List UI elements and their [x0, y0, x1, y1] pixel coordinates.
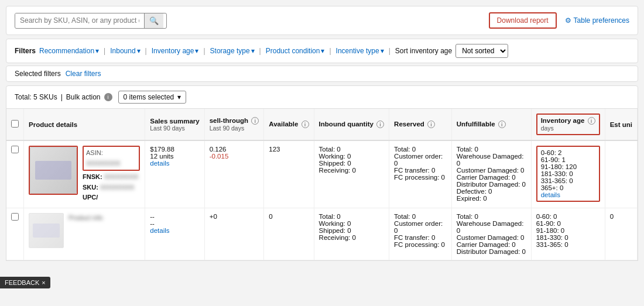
col-sellthrough-label: sell-through — [210, 117, 248, 124]
invage-91-180: 91-180: 120 — [541, 163, 595, 170]
search-button[interactable]: 🔍 — [144, 13, 163, 28]
invage-61-90: 61-90: 1 — [541, 156, 595, 163]
row1-unfulfillable-cell: Total: 0 Warehouse Damaged: 0 Customer D… — [451, 140, 531, 208]
row1-sellthrough-cell: 0.126 -0.015 — [204, 140, 264, 208]
available-value: 123 — [269, 146, 309, 153]
available-info-icon[interactable]: i — [302, 121, 309, 128]
col-unfulfillable: Unfulfillable i — [451, 109, 531, 140]
asin-label: ASIN: — [86, 149, 103, 156]
invage-details-link[interactable]: details — [541, 191, 595, 198]
reserved-customer: Customer order: 0 — [394, 153, 447, 167]
row2-checkbox[interactable] — [11, 213, 19, 221]
table-preferences-button[interactable]: ⚙ Table preferences — [565, 16, 629, 25]
product-meta: ASIN: XXXXXXXX FNSK: XXXXXXXX SKU: XXXXX… — [83, 146, 140, 203]
col-sales-label: Sales summary — [150, 118, 199, 125]
row2-sellthrough-cell: +0 — [204, 208, 264, 260]
unfulfillable-total: Total: 0 — [457, 146, 526, 153]
chevron-down-icon: ▾ — [137, 47, 141, 55]
row2-product-cell: Product info — [24, 208, 145, 260]
sellthrough-info-icon[interactable]: i — [251, 117, 259, 125]
sales-details-link[interactable]: details — [150, 227, 199, 234]
reserved-total: Total: 0 — [394, 146, 447, 153]
product-meta-blurred: Product info — [68, 213, 103, 224]
col-est-label: Est uni — [610, 121, 632, 128]
row2-available-cell: 0 — [264, 208, 314, 260]
clear-filters-button[interactable]: Clear filters — [66, 70, 101, 78]
unfulfillable-cd: Customer Damaged: 0 — [457, 167, 526, 174]
filter-storage-type[interactable]: Storage type ▾ — [210, 47, 255, 55]
filter-inventory-age[interactable]: Inventory age ▾ — [152, 47, 199, 55]
download-report-button[interactable]: Download report — [489, 12, 557, 29]
row1-est-cell — [605, 140, 637, 208]
row1-available-cell: 123 — [264, 140, 314, 208]
unfulfillable-cd: Customer Damaged: 0 — [457, 234, 526, 241]
filter-sep-3: | — [203, 47, 205, 55]
col-inbound: Inbound quantity i — [314, 109, 389, 140]
sales-price: -- — [150, 213, 199, 220]
col-available-label: Available — [269, 121, 298, 128]
feedback-button[interactable]: FEEDBACK × — [0, 277, 50, 288]
filter-inbound[interactable]: Inbound ▾ — [110, 47, 140, 55]
unfulfillable-dist: Distributor Damaged: 0 — [457, 181, 526, 188]
inbound-total: Total: 0 — [319, 213, 384, 220]
col-product: Product details — [24, 109, 145, 140]
chevron-down-icon: ▾ — [321, 47, 324, 55]
invage-highlight-box: 0-60: 2 61-90: 1 91-180: 120 181-330: 0 … — [536, 146, 600, 202]
filter-sep-1: | — [104, 47, 105, 55]
col-invage-sub: days — [541, 125, 595, 132]
selected-filters-label: Selected filters — [15, 70, 61, 78]
selected-filters-bar: Selected filters Clear filters — [6, 66, 638, 82]
search-input[interactable] — [15, 13, 144, 27]
inbound-receiving: Receiving: 0 — [319, 234, 384, 241]
row2-checkbox-cell[interactable] — [6, 208, 24, 260]
select-all-header[interactable] — [6, 109, 24, 140]
row1-checkbox-cell[interactable] — [6, 140, 24, 208]
inbound-info-icon[interactable]: i — [376, 121, 384, 128]
invage-0-60: 0-60: 2 — [541, 149, 595, 156]
unfulfillable-info-icon[interactable]: i — [498, 121, 506, 128]
feedback-label: FEEDBACK — [5, 279, 39, 286]
asin-highlight: ASIN: XXXXXXXX — [83, 146, 140, 171]
sort-select[interactable]: Not sorted — [455, 44, 508, 58]
bulk-action-info-icon[interactable]: i — [104, 93, 112, 101]
row2-unfulfillable-cell: Total: 0 Warehouse Damaged: 0 Customer D… — [451, 208, 531, 260]
close-icon[interactable]: × — [42, 279, 45, 286]
reserved-fc: FC transfer: 0 — [394, 167, 447, 174]
col-inbound-label: Inbound quantity — [319, 121, 374, 128]
filter-product-condition[interactable]: Product condition ▾ — [266, 47, 325, 55]
row1-checkbox[interactable] — [11, 146, 19, 153]
inbound-working: Working: 0 — [319, 220, 384, 227]
select-all-checkbox[interactable] — [11, 120, 19, 128]
items-selected-dropdown[interactable]: 0 items selected ▾ — [118, 91, 187, 104]
row1-product-cell: ASIN: XXXXXXXX FNSK: XXXXXXXX SKU: XXXXX… — [24, 140, 145, 208]
filter-recommendation[interactable]: Recommendation ▾ — [39, 47, 99, 55]
fnsku-label: FNSK: — [83, 173, 102, 180]
reserved-info-icon[interactable]: i — [427, 121, 435, 128]
invage-331-365: 331-365: 0 — [541, 177, 595, 184]
table-row: ASIN: XXXXXXXX FNSK: XXXXXXXX SKU: XXXXX… — [6, 140, 638, 208]
asin-value: XXXXXXXX — [86, 160, 121, 167]
table-row: Product info -- -- details +0 0 — [6, 208, 638, 260]
filter-incentive-type[interactable]: Incentive type ▾ — [336, 47, 384, 55]
col-unfulfillable-label: Unfulfillable — [457, 121, 495, 128]
col-sales-sub: Last 90 days — [150, 125, 199, 132]
inbound-shipped: Shipped: 0 — [319, 160, 384, 167]
row1-inbound-cell: Total: 0 Working: 0 Shipped: 0 Receiving… — [314, 140, 389, 208]
invage-info-icon[interactable]: i — [588, 117, 595, 125]
reserved-fcp: FC processing: 0 — [394, 241, 447, 248]
filters-bar: Filters Recommendation ▾ | Inbound ▾ | I… — [6, 39, 638, 63]
col-reserved: Reserved i — [389, 109, 452, 140]
filter-sep-5: | — [329, 47, 331, 55]
invage-61-90: 61-90: 0 — [536, 220, 600, 227]
sku-value: XXXXXXXX — [100, 184, 135, 191]
available-value: 0 — [269, 213, 309, 220]
product-image — [30, 147, 77, 194]
unfulfillable-def: Defective: 0 — [457, 188, 526, 195]
row2-est-cell: 0 — [605, 208, 637, 260]
filter-sep-2: | — [145, 47, 147, 55]
sales-details-link[interactable]: details — [150, 160, 199, 167]
total-skus-info: Total: 5 SKUs | Bulk action i — [15, 93, 112, 101]
search-area[interactable]: 🔍 — [15, 13, 167, 29]
product-image — [29, 213, 64, 248]
inventory-table: Product details Sales summary Last 90 da… — [6, 109, 638, 261]
